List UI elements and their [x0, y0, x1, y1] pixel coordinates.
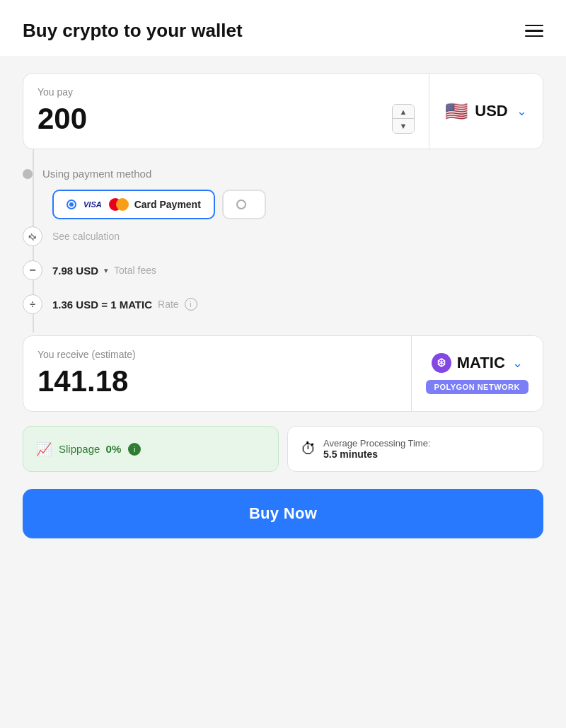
- main-content: You pay 200 ▲ ▼ 🇺🇸 USD ⌄ Using paym: [0, 56, 566, 567]
- payment-method-step: Using payment method: [23, 161, 543, 187]
- see-calculation-label: See calculation: [52, 231, 120, 242]
- mastercard-icon: [109, 198, 129, 211]
- rate-row: ÷ 1.36 USD = 1 MATIC Rate i: [23, 287, 543, 321]
- fees-row: − 7.98 USD ▾ Total fees: [23, 253, 543, 287]
- fees-label: Total fees: [114, 265, 156, 276]
- visa-label: Card Payment: [134, 199, 201, 210]
- you-receive-label: You receive (estimate): [37, 349, 397, 360]
- fees-content: 7.98 USD ▾ Total fees: [52, 265, 156, 277]
- slippage-label: Slippage: [59, 443, 100, 455]
- fees-value: 7.98 USD: [52, 265, 98, 277]
- rate-content: 1.36 USD = 1 MATIC Rate i: [52, 298, 197, 311]
- you-pay-label: You pay: [37, 86, 415, 98]
- divide-icon: ÷: [30, 299, 35, 310]
- processing-label: Average Processing Time:: [323, 438, 431, 449]
- slippage-chart-icon: 📈: [36, 441, 52, 457]
- matic-logo-icon: [432, 353, 451, 373]
- payment-method-label: Using payment method: [42, 168, 151, 180]
- rate-info-icon[interactable]: i: [185, 298, 197, 311]
- token-name: MATIC: [457, 354, 505, 372]
- rate-value: 1.36 USD = 1 MATIC: [52, 299, 152, 311]
- currency-selector[interactable]: 🇺🇸 USD ⌄: [445, 100, 526, 122]
- menu-button[interactable]: [525, 25, 543, 37]
- visa-logo-icon: VISA: [82, 200, 103, 209]
- arrows-icon: ⇄: [26, 230, 39, 243]
- you-pay-right: 🇺🇸 USD ⌄: [429, 74, 543, 149]
- processing-info: Average Processing Time: 5.5 minutes: [323, 438, 431, 460]
- you-receive-amount: 141.18: [37, 364, 397, 398]
- see-calc-circle: ⇄: [23, 226, 42, 246]
- flag-icon: 🇺🇸: [445, 100, 468, 122]
- you-receive-right: MATIC ⌄ POLYGON NETWORK: [412, 336, 543, 411]
- network-badge: POLYGON NETWORK: [426, 380, 529, 394]
- buy-now-button[interactable]: Buy Now: [23, 489, 543, 538]
- you-receive-left: You receive (estimate) 141.18: [23, 336, 412, 411]
- page-title: Buy crypto to your wallet: [23, 20, 243, 42]
- rate-label: Rate: [158, 299, 179, 310]
- processing-card: ⏱ Average Processing Time: 5.5 minutes: [287, 426, 543, 472]
- minus-icon: −: [29, 264, 35, 277]
- slippage-card: 📈 Slippage 0% i: [23, 426, 279, 472]
- token-chevron-icon: ⌄: [512, 355, 523, 371]
- payment-methods: VISA Card Payment: [52, 190, 543, 219]
- you-pay-amount: 200: [37, 102, 87, 136]
- see-calculation-row: ⇄ See calculation: [23, 219, 543, 253]
- step-dot: [23, 169, 33, 179]
- apple-payment-btn[interactable]: [222, 190, 266, 219]
- you-pay-amount-row: 200 ▲ ▼: [37, 102, 415, 136]
- fees-dropdown-icon[interactable]: ▾: [104, 266, 108, 275]
- you-pay-left: You pay 200 ▲ ▼: [23, 74, 429, 149]
- stepper-up[interactable]: ▲: [393, 105, 414, 119]
- timer-icon: ⏱: [301, 440, 316, 458]
- fees-circle: −: [23, 260, 42, 280]
- token-selector[interactable]: MATIC ⌄: [432, 353, 523, 373]
- stepper-down[interactable]: ▼: [393, 119, 414, 133]
- middle-section: Using payment method VISA Card Payment: [23, 149, 543, 333]
- slippage-info-icon[interactable]: i: [128, 443, 141, 456]
- processing-time: 5.5 minutes: [323, 449, 431, 460]
- you-pay-card: You pay 200 ▲ ▼ 🇺🇸 USD ⌄: [23, 73, 543, 149]
- chevron-down-icon: ⌄: [516, 103, 527, 119]
- visa-payment-btn[interactable]: VISA Card Payment: [52, 190, 215, 219]
- you-receive-card: You receive (estimate) 141.18 MATIC ⌄ PO…: [23, 335, 543, 412]
- rate-circle: ÷: [23, 294, 42, 314]
- header: Buy crypto to your wallet: [0, 0, 566, 56]
- currency-label: USD: [475, 102, 507, 120]
- radio-apple: [236, 200, 246, 209]
- radio-visa: [67, 200, 76, 209]
- amount-stepper[interactable]: ▲ ▼: [392, 104, 415, 134]
- slippage-text: Slippage 0%: [59, 443, 121, 455]
- info-cards-row: 📈 Slippage 0% i ⏱ Average Processing Tim…: [23, 426, 543, 472]
- slippage-value: 0%: [106, 443, 122, 455]
